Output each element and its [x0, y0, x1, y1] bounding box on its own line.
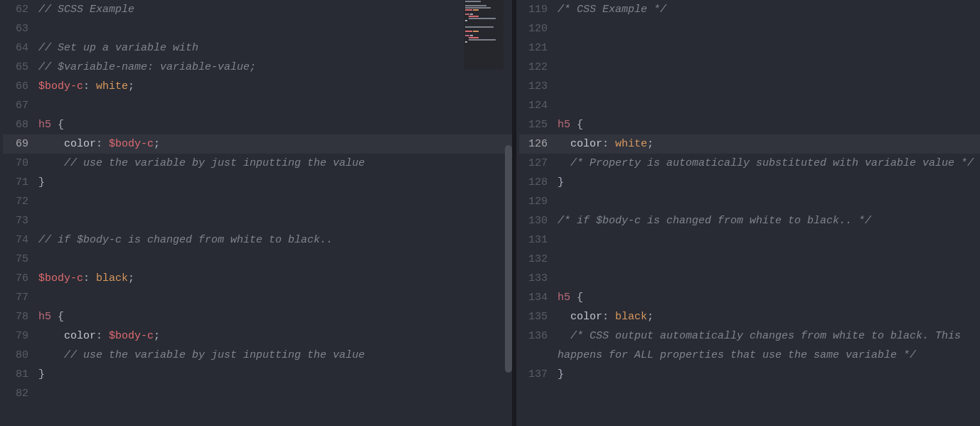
code-content: } [558, 365, 980, 384]
code-line[interactable]: 135 color: black; [519, 307, 980, 326]
code-content: h5 { [38, 307, 512, 326]
code-line[interactable]: 75 [3, 250, 512, 269]
code-line[interactable]: 63 [3, 19, 512, 38]
code-line[interactable]: 72 [3, 192, 512, 211]
code-line[interactable]: 79 color: $body-c; [3, 326, 512, 346]
code-line[interactable]: 71} [3, 173, 512, 192]
code-content: /* if $body-c is changed from white to b… [558, 211, 980, 230]
minimap[interactable] [464, 0, 504, 70]
minimap-row [465, 28, 502, 30]
code-line[interactable]: 76$body-c: black; [3, 269, 512, 288]
code-line[interactable]: 62// SCSS Example [3, 0, 512, 19]
minimap-row [465, 39, 502, 41]
code-line[interactable]: 130/* if $body-c is changed from white t… [519, 211, 980, 230]
code-line[interactable]: 137} [519, 365, 980, 384]
line-number: 119 [519, 0, 558, 19]
code-content: $body-c: black; [38, 269, 512, 288]
code-line[interactable]: 80 // use the variable by just inputting… [3, 346, 512, 365]
line-number: 71 [3, 173, 38, 192]
code-content: $body-c: white; [38, 77, 512, 96]
code-line[interactable]: 74// if $body-c is changed from white to… [3, 230, 512, 250]
code-line[interactable]: 122 [519, 58, 980, 77]
minimap-row [465, 22, 502, 23]
line-number: 81 [3, 365, 38, 384]
minimap-row [465, 33, 502, 34]
line-number: 123 [519, 77, 558, 96]
line-number: 126 [519, 134, 558, 154]
code-line[interactable]: 126 color: white; [519, 134, 980, 154]
code-line[interactable]: 124 [519, 96, 980, 115]
line-number: 131 [519, 230, 558, 250]
code-line[interactable]: 133 [519, 269, 980, 288]
code-content: color: $body-c; [38, 134, 512, 154]
code-content: h5 { [38, 115, 512, 134]
line-number: 63 [3, 19, 38, 38]
line-number: 125 [519, 115, 558, 134]
line-number: 78 [3, 307, 38, 326]
code-line[interactable]: 65// $variable-name: variable-value; [3, 58, 512, 77]
minimap-row [465, 31, 502, 32]
line-number: 127 [519, 154, 558, 173]
code-content: } [38, 365, 512, 384]
code-line[interactable]: 64// Set up a variable with [3, 38, 512, 58]
code-content: // if $body-c is changed from white to b… [38, 230, 512, 250]
line-number: 68 [3, 115, 38, 134]
code-line[interactable]: 125h5 { [519, 115, 980, 134]
code-content: // $variable-name: variable-value; [38, 58, 512, 77]
code-line[interactable]: 82 [3, 384, 512, 403]
code-line[interactable]: 77 [3, 288, 512, 307]
code-line[interactable]: 69 color: $body-c; [3, 134, 512, 154]
code-line[interactable]: 129 [519, 192, 980, 211]
code-line[interactable]: 131 [519, 230, 980, 250]
editor-split-view: 62// SCSS Example6364// Set up a variabl… [0, 0, 980, 426]
line-number: 65 [3, 58, 38, 77]
code-content: color: black; [558, 307, 980, 326]
code-line[interactable]: 123 [519, 77, 980, 96]
minimap-row [465, 26, 502, 28]
code-content: } [558, 173, 980, 192]
line-number: 80 [3, 346, 38, 365]
code-line[interactable]: 134h5 { [519, 288, 980, 307]
minimap-row [465, 18, 502, 19]
code-line[interactable]: 66$body-c: white; [3, 77, 512, 96]
line-number: 70 [3, 154, 38, 173]
code-line[interactable]: 70 // use the variable by just inputting… [3, 154, 512, 173]
code-content: /* Property is automatically substituted… [558, 154, 980, 173]
code-line[interactable]: 73 [3, 211, 512, 230]
code-line[interactable]: 81} [3, 365, 512, 384]
code-content: /* CSS output automatically changes from… [558, 326, 980, 365]
code-content: h5 { [558, 288, 980, 307]
line-number: 66 [3, 77, 38, 96]
minimap-row [465, 11, 502, 13]
code-line[interactable]: 120 [519, 19, 980, 38]
line-number: 69 [3, 134, 38, 154]
scrollbar-thumb-left[interactable] [505, 145, 512, 373]
code-content: /* CSS Example */ [558, 0, 980, 19]
code-line[interactable]: 136 /* CSS output automatically changes … [519, 326, 980, 365]
code-content: color: $body-c; [38, 326, 512, 346]
minimap-row [465, 35, 502, 36]
line-number: 79 [3, 326, 38, 346]
editor-pane-left[interactable]: 62// SCSS Example6364// Set up a variabl… [0, 0, 512, 426]
code-line[interactable]: 128} [519, 173, 980, 192]
minimap-row [465, 3, 502, 4]
code-line[interactable]: 78h5 { [3, 307, 512, 326]
line-number: 133 [519, 269, 558, 288]
code-content: color: white; [558, 134, 980, 154]
code-line[interactable]: 132 [519, 250, 980, 269]
code-line[interactable]: 68h5 { [3, 115, 512, 134]
editor-pane-right[interactable]: 119/* CSS Example */120121122123124125h5… [516, 0, 980, 426]
code-line[interactable]: 67 [3, 96, 512, 115]
code-content: // Set up a variable with [38, 38, 512, 58]
line-number: 128 [519, 173, 558, 192]
line-number: 82 [3, 384, 38, 403]
minimap-row [465, 24, 502, 26]
line-number: 121 [519, 38, 558, 58]
code-line[interactable]: 121 [519, 38, 980, 58]
code-line[interactable]: 127 /* Property is automatically substit… [519, 154, 980, 173]
line-number: 134 [519, 288, 558, 307]
scrollbar-left[interactable] [505, 0, 512, 426]
line-number: 67 [3, 96, 38, 115]
code-line[interactable]: 119/* CSS Example */ [519, 0, 980, 19]
line-number: 137 [519, 365, 558, 384]
